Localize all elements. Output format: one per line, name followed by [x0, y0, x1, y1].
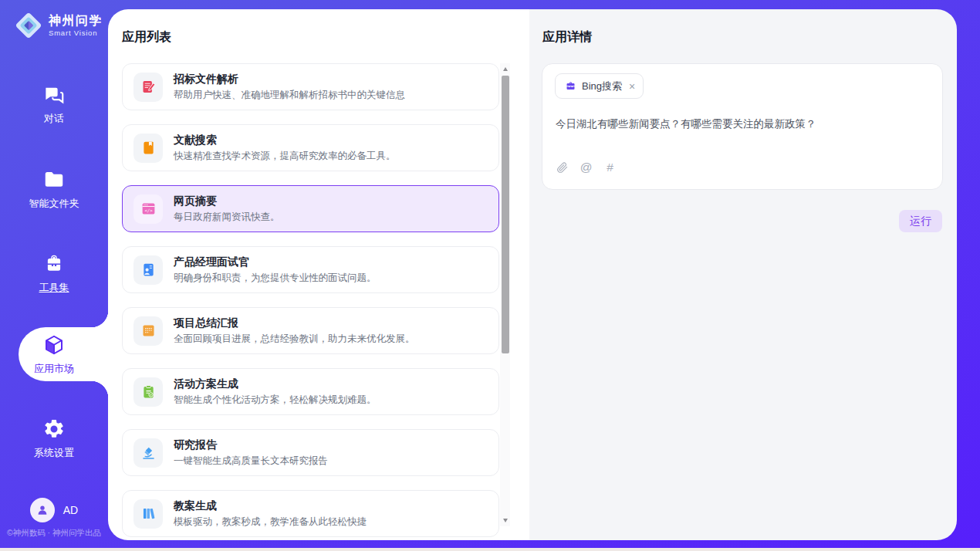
- sidebar-item-label: 智能文件夹: [29, 197, 79, 211]
- app-card-title: 项目总结汇报: [174, 316, 415, 330]
- scrollbar-down-arrow[interactable]: [500, 516, 510, 526]
- scrollbar[interactable]: [500, 63, 510, 526]
- composer-card[interactable]: Bing搜索 × 今日湖北有哪些新闻要点？有哪些需要关注的最新政策？ @#: [542, 63, 943, 190]
- app-card-desc: 明确身份和职责，为您提供专业性的面试问题。: [174, 272, 377, 285]
- run-button[interactable]: 运行: [899, 210, 942, 232]
- scrollbar-thumb[interactable]: [502, 76, 509, 353]
- chat-icon: [42, 83, 66, 106]
- user-account[interactable]: AD: [0, 498, 108, 522]
- avatar: [30, 498, 55, 522]
- app-card-desc: 帮助用户快速、准确地理解和解析招标书中的关键信息: [174, 89, 405, 102]
- briefcase-icon: [565, 80, 576, 92]
- bid-document-icon: [133, 73, 163, 102]
- sidebar-item-system-settings[interactable]: 系统设置: [0, 417, 108, 460]
- gear-icon: [42, 417, 66, 441]
- app-card-title: 教案生成: [174, 499, 367, 513]
- app-card-desc: 模板驱动，教案秒成，教学准备从此轻松快捷: [174, 516, 367, 529]
- app-list: 招标文件解析帮助用户快速、准确地理解和解析招标书中的关键信息文献搜索快速精准查找…: [122, 63, 499, 540]
- sidebar-item-app-market[interactable]: 应用市场: [0, 333, 108, 376]
- sidebar-item-label: 工具集: [39, 281, 69, 295]
- scrollbar-up-arrow[interactable]: [500, 64, 510, 74]
- app-card-title: 研究报告: [174, 438, 328, 452]
- query-text[interactable]: 今日湖北有哪些新闻要点？有哪些需要关注的最新政策？: [556, 117, 930, 132]
- tag-close-icon[interactable]: ×: [629, 81, 635, 92]
- paperclip-icon[interactable]: [556, 161, 569, 174]
- microscope-icon: [133, 438, 163, 468]
- sidebar-item-label: 对话: [44, 112, 64, 126]
- book-icon: [133, 134, 163, 163]
- toolbox-icon: [42, 252, 66, 276]
- svg-text:</>: </>: [144, 208, 153, 213]
- user-label: AD: [63, 504, 78, 516]
- app-list-title: 应用列表: [122, 29, 171, 46]
- plan-clipboard-icon: [133, 377, 163, 407]
- app-card[interactable]: 项目总结汇报全面回顾项目进展，总结经验教训，助力未来优化发展。: [122, 307, 499, 354]
- app-card[interactable]: 活动方案生成智能生成个性化活动方案，轻松解决规划难题。: [122, 368, 499, 415]
- app-window: 神州问学 Smart Vision 对话 智能文件夹 工具集 应用市场 系统设置: [0, 0, 980, 548]
- app-card-title: 文献搜索: [174, 134, 396, 147]
- app-card[interactable]: 招标文件解析帮助用户快速、准确地理解和解析招标书中的关键信息: [122, 63, 499, 110]
- sidebar-item-label: 应用市场: [34, 362, 74, 376]
- composer-toolbar: @#: [556, 161, 617, 174]
- app-card[interactable]: 教案生成模板驱动，教案秒成，教学准备从此轻松快捷: [122, 490, 499, 537]
- sidebar-item-label: 系统设置: [34, 446, 74, 460]
- brand-name: 神州问学: [49, 14, 103, 28]
- app-card-title: 活动方案生成: [174, 377, 377, 391]
- app-card-desc: 全面回顾项目进展，总结经验教训，助力未来优化发展。: [174, 333, 415, 346]
- app-card[interactable]: 文献搜索快速精准查找学术资源，提高研究效率的必备工具。: [122, 124, 499, 171]
- sidebar-footer: ©神州数码 · 神州问学出品: [0, 528, 108, 539]
- app-card-desc: 一键智能生成高质量长文本研究报告: [174, 455, 328, 468]
- app-detail-title: 应用详情: [542, 29, 592, 46]
- app-card[interactable]: </>网页摘要每日政府新闻资讯快查。: [122, 185, 499, 232]
- sidebar-item-chat[interactable]: 对话: [0, 83, 108, 126]
- bottom-strip: [0, 548, 980, 551]
- app-card-desc: 智能生成个性化活动方案，轻松解决规划难题。: [174, 394, 377, 407]
- app-card-desc: 快速精准查找学术资源，提高研究效率的必备工具。: [174, 150, 396, 163]
- sidebar: 神州问学 Smart Vision 对话 智能文件夹 工具集 应用市场 系统设置: [0, 0, 108, 548]
- tool-tag-bing-search[interactable]: Bing搜索 ×: [555, 73, 644, 99]
- app-card-title: 招标文件解析: [174, 73, 405, 86]
- hash-icon[interactable]: #: [603, 161, 617, 174]
- sidebar-item-toolset[interactable]: 工具集: [0, 252, 108, 295]
- app-card-desc: 每日政府新闻资讯快查。: [174, 211, 280, 224]
- user-avatar-icon: [35, 503, 49, 517]
- app-card[interactable]: 研究报告一键智能生成高质量长文本研究报告: [122, 429, 499, 476]
- app-card[interactable]: 产品经理面试官明确身份和职责，为您提供专业性的面试问题。: [122, 246, 499, 293]
- app-card-title: 产品经理面试官: [174, 255, 377, 269]
- cube-icon: [42, 333, 66, 357]
- interviewer-icon: [133, 255, 163, 285]
- diamond-logo-icon: [14, 11, 43, 40]
- at-icon[interactable]: @: [580, 161, 593, 174]
- folder-icon: [42, 168, 66, 191]
- app-card-title: 网页摘要: [174, 194, 280, 208]
- sidebar-item-smart-folders[interactable]: 智能文件夹: [0, 168, 108, 211]
- brand-subtitle: Smart Vision: [49, 29, 103, 37]
- summary-note-icon: [133, 316, 163, 346]
- books-icon: [133, 499, 163, 529]
- main-shell: 应用列表 招标文件解析帮助用户快速、准确地理解和解析招标书中的关键信息文献搜索快…: [108, 9, 957, 540]
- tool-tag-label: Bing搜索: [582, 79, 622, 93]
- web-code-icon: </>: [133, 194, 163, 224]
- brand: 神州问学 Smart Vision: [14, 11, 103, 40]
- app-detail-panel: 应用详情 Bing搜索 × 今日湖北有哪些新闻要点？有哪些需要关注的最新政策？ …: [529, 9, 957, 540]
- app-list-panel: 应用列表 招标文件解析帮助用户快速、准确地理解和解析招标书中的关键信息文献搜索快…: [108, 9, 529, 540]
